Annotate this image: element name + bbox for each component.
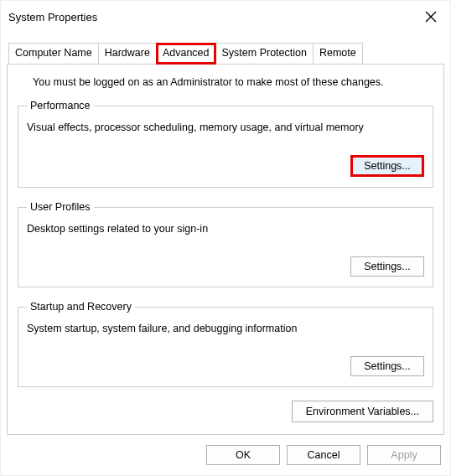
user-profiles-settings-button[interactable]: Settings... (350, 256, 424, 277)
tab-advanced[interactable]: Advanced (156, 43, 216, 65)
startup-recovery-desc: System startup, system failure, and debu… (27, 323, 424, 334)
tab-computer-name[interactable]: Computer Name (8, 43, 99, 65)
user-profiles-desc: Desktop settings related to your sign-in (27, 223, 424, 235)
tab-remote[interactable]: Remote (313, 43, 363, 65)
ok-button[interactable]: OK (206, 445, 280, 465)
tab-system-protection[interactable]: System Protection (215, 43, 314, 65)
environment-variables-button[interactable]: Environment Variables... (292, 401, 433, 422)
startup-recovery-legend: Startup and Recovery (27, 301, 135, 313)
user-profiles-legend: User Profiles (27, 201, 94, 213)
window-title: System Properties (8, 11, 419, 23)
cancel-button[interactable]: Cancel (287, 445, 360, 465)
startup-recovery-settings-button[interactable]: Settings... (350, 356, 424, 376)
startup-recovery-group: Startup and Recovery System startup, sys… (18, 301, 433, 387)
tabs: Computer Name Hardware Advanced System P… (7, 42, 444, 64)
admin-notice: You must be logged on as an Administrato… (33, 76, 433, 88)
dialog-buttons: OK Cancel Apply (0, 435, 451, 465)
performance-settings-button[interactable]: Settings... (350, 155, 424, 177)
tab-hardware[interactable]: Hardware (98, 43, 157, 65)
performance-desc: Visual effects, processor scheduling, me… (27, 122, 424, 133)
user-profiles-group: User Profiles Desktop settings related t… (18, 201, 433, 287)
system-properties-dialog: System Properties Computer Name Hardware… (0, 0, 451, 476)
apply-button[interactable]: Apply (367, 445, 441, 465)
performance-legend: Performance (27, 100, 94, 111)
close-icon[interactable] (419, 5, 443, 28)
titlebar: System Properties (0, 0, 451, 32)
tab-content: You must be logged on as an Administrato… (7, 64, 444, 435)
performance-group: Performance Visual effects, processor sc… (18, 100, 433, 188)
